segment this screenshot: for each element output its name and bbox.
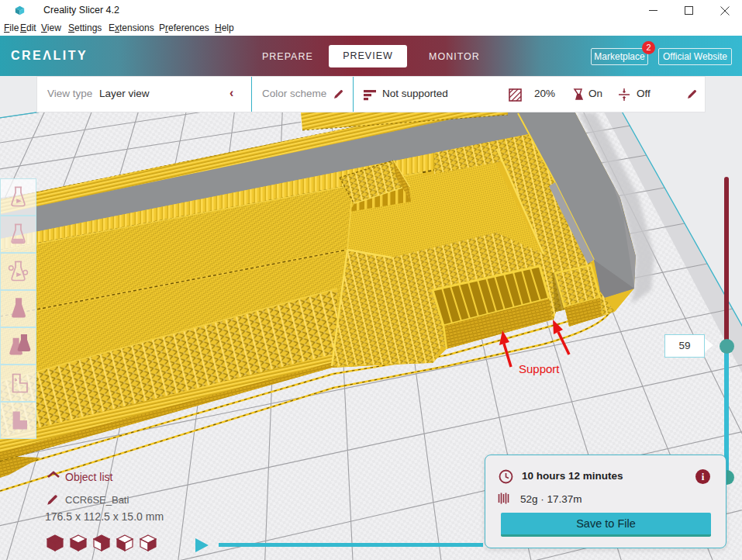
svg-text:Support: Support xyxy=(519,362,560,375)
